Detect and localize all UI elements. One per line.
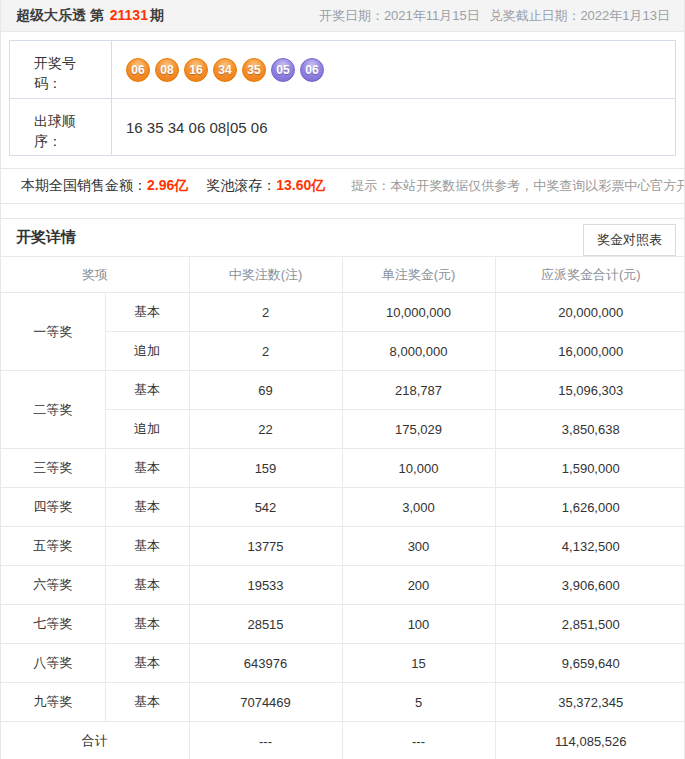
- prize-name: 八等奖: [1, 644, 105, 683]
- draw-order-value: 16 35 34 06 08|05 06: [126, 119, 268, 136]
- table-row: 一等奖 基本 2 10,000,000 20,000,000: [1, 293, 685, 332]
- total-row-single: ---: [342, 722, 495, 759]
- prize-type: 基本: [105, 683, 189, 722]
- win-count: 13775: [189, 527, 342, 566]
- prize-name: 六等奖: [1, 566, 105, 605]
- table-row: 四等奖 基本 542 3,000 1,626,000: [1, 488, 685, 527]
- single-prize: 175,029: [342, 410, 495, 449]
- front-number-ball: 08: [155, 58, 179, 82]
- winning-numbers-balls: 06081634350506: [126, 58, 324, 82]
- table-row: 五等奖 基本 13775 300 4,132,500: [1, 527, 685, 566]
- prize-details-section: 开奖详情 奖金对照表 奖项 中奖注数(注) 单注奖金(元) 应派奖金合计(元) …: [1, 218, 684, 759]
- col-header-count: 中奖注数(注): [189, 257, 342, 293]
- total-row-count: ---: [189, 722, 342, 759]
- win-count: 2: [189, 293, 342, 332]
- game-name: 超级大乐透: [16, 7, 86, 23]
- prize-name: 七等奖: [1, 605, 105, 644]
- draw-order-label: 出球顺序：: [10, 99, 112, 155]
- win-count: 542: [189, 488, 342, 527]
- total-prize: 1,590,000: [495, 449, 685, 488]
- win-count: 643976: [189, 644, 342, 683]
- prize-type: 基本: [105, 371, 189, 410]
- redeem-deadline: 兑奖截止日期：2022年1月13日: [489, 8, 670, 23]
- total-prize: 15,096,303: [495, 371, 685, 410]
- prize-compare-button[interactable]: 奖金对照表: [583, 224, 676, 256]
- winning-numbers-row: 开奖号码： 06081634350506: [10, 41, 675, 98]
- single-prize: 200: [342, 566, 495, 605]
- issue-title: 超级大乐透 第 21131期: [16, 7, 164, 25]
- win-count: 28515: [189, 605, 342, 644]
- issue-prefix: 第: [90, 7, 104, 23]
- prize-table: 奖项 中奖注数(注) 单注奖金(元) 应派奖金合计(元) 一等奖 基本 2 10…: [1, 256, 685, 759]
- single-prize: 15: [342, 644, 495, 683]
- total-row-label: 合计: [1, 722, 189, 759]
- pool-value: 13.60亿: [276, 177, 325, 195]
- disclaimer-tip: 提示：本站开奖数据仅供参考，中奖查询以彩票中心官方开奖信息为准: [351, 177, 685, 195]
- prize-type: 基本: [105, 488, 189, 527]
- col-header-total: 应派奖金合计(元): [495, 257, 685, 293]
- date-info: 开奖日期：2021年11月15日 兑奖截止日期：2022年1月13日: [313, 7, 670, 25]
- issue-number: 21131: [110, 7, 148, 23]
- front-number-ball: 35: [242, 58, 266, 82]
- total-prize: 1,626,000: [495, 488, 685, 527]
- win-count: 7074469: [189, 683, 342, 722]
- win-count: 69: [189, 371, 342, 410]
- table-row: 八等奖 基本 643976 15 9,659,640: [1, 644, 685, 683]
- issue-suffix: 期: [150, 7, 164, 23]
- prize-type: 基本: [105, 605, 189, 644]
- single-prize: 100: [342, 605, 495, 644]
- lottery-result-page: 超级大乐透 第 21131期 开奖日期：2021年11月15日 兑奖截止日期：2…: [0, 0, 685, 759]
- table-row: 三等奖 基本 159 10,000 1,590,000: [1, 449, 685, 488]
- sales-strip: 本期全国销售金额： 2.96亿 奖池滚存： 13.60亿 提示：本站开奖数据仅供…: [1, 168, 684, 204]
- sales-label: 本期全国销售金额：: [21, 177, 147, 195]
- total-prize: 2,851,500: [495, 605, 685, 644]
- col-header-single: 单注奖金(元): [342, 257, 495, 293]
- total-prize: 35,372,345: [495, 683, 685, 722]
- win-count: 159: [189, 449, 342, 488]
- prize-name: 二等奖: [1, 371, 105, 449]
- single-prize: 300: [342, 527, 495, 566]
- single-prize: 218,787: [342, 371, 495, 410]
- table-row: 六等奖 基本 19533 200 3,906,600: [1, 566, 685, 605]
- draw-order-row: 出球顺序： 16 35 34 06 08|05 06: [10, 98, 675, 155]
- total-prize: 3,850,638: [495, 410, 685, 449]
- table-row: 二等奖 基本 69 218,787 15,096,303: [1, 371, 685, 410]
- prize-name: 四等奖: [1, 488, 105, 527]
- front-number-ball: 06: [126, 58, 150, 82]
- section-title: 开奖详情: [16, 228, 76, 247]
- prize-type: 基本: [105, 566, 189, 605]
- topbar: 超级大乐透 第 21131期 开奖日期：2021年11月15日 兑奖截止日期：2…: [1, 0, 684, 32]
- table-row: 九等奖 基本 7074469 5 35,372,345: [1, 683, 685, 722]
- sales-value: 2.96亿: [147, 177, 188, 195]
- win-count: 2: [189, 332, 342, 371]
- single-prize: 8,000,000: [342, 332, 495, 371]
- numbers-panel: 开奖号码： 06081634350506 出球顺序： 16 35 34 06 0…: [9, 40, 676, 156]
- prize-type: 基本: [105, 644, 189, 683]
- prize-name: 五等奖: [1, 527, 105, 566]
- prize-type: 基本: [105, 527, 189, 566]
- total-prize: 3,906,600: [495, 566, 685, 605]
- total-prize: 9,659,640: [495, 644, 685, 683]
- front-number-ball: 34: [213, 58, 237, 82]
- table-row: 七等奖 基本 28515 100 2,851,500: [1, 605, 685, 644]
- total-prize: 20,000,000: [495, 293, 685, 332]
- col-header-prize: 奖项: [1, 257, 189, 293]
- single-prize: 10,000,000: [342, 293, 495, 332]
- winning-numbers-label: 开奖号码：: [10, 41, 112, 98]
- prize-type: 追加: [105, 332, 189, 371]
- prize-name: 一等奖: [1, 293, 105, 371]
- total-prize: 4,132,500: [495, 527, 685, 566]
- back-number-ball: 06: [300, 58, 324, 82]
- draw-date: 开奖日期：2021年11月15日: [319, 8, 480, 23]
- table-header-row: 奖项 中奖注数(注) 单注奖金(元) 应派奖金合计(元): [1, 257, 685, 293]
- single-prize: 10,000: [342, 449, 495, 488]
- total-row-total: 114,085,526: [495, 722, 685, 759]
- table-total-row: 合计 --- --- 114,085,526: [1, 722, 685, 759]
- prize-type: 基本: [105, 293, 189, 332]
- win-count: 22: [189, 410, 342, 449]
- prize-type: 追加: [105, 410, 189, 449]
- prize-name: 三等奖: [1, 449, 105, 488]
- single-prize: 5: [342, 683, 495, 722]
- total-prize: 16,000,000: [495, 332, 685, 371]
- back-number-ball: 05: [271, 58, 295, 82]
